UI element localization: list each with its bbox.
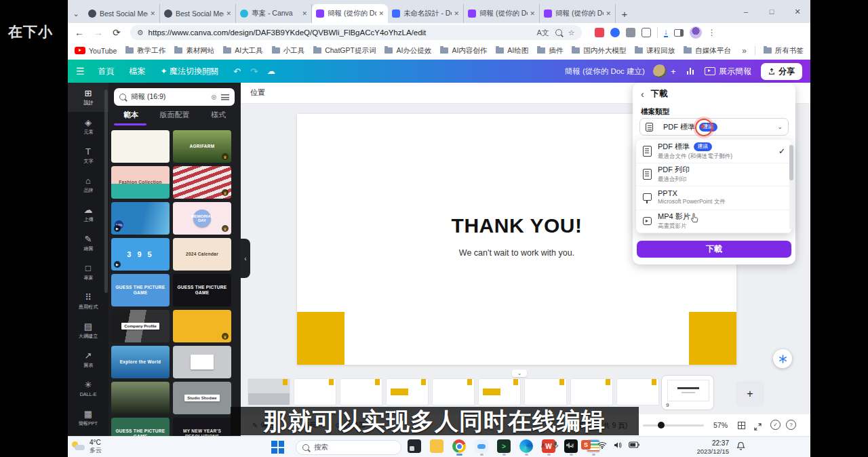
tab-close-icon[interactable]: ✕ xyxy=(530,10,535,17)
filmstrip-thumb[interactable] xyxy=(340,378,382,405)
extension-pink-icon[interactable] xyxy=(595,28,604,37)
downloads-icon[interactable]: ↓ xyxy=(664,28,668,37)
notifications-icon[interactable] xyxy=(736,441,745,454)
bookmark-folder[interactable]: AI办公提效 xyxy=(384,46,431,56)
bookmark-folder[interactable]: 插件 xyxy=(537,46,563,56)
sidebar-item-uploads[interactable]: ☁上傳 xyxy=(68,199,108,228)
tab-close-icon[interactable]: ✕ xyxy=(302,10,307,17)
template-thumb[interactable]: MY NEW YEAR'S RESOLUTIONS xyxy=(173,418,231,436)
yellow-square-right[interactable] xyxy=(689,312,736,365)
bookmark-folder[interactable]: 国内外大模型 xyxy=(572,46,626,56)
browser-tab[interactable]: 簡報 (從你的 Doc✕ xyxy=(312,4,388,23)
site-settings-icon[interactable]: ⚙ xyxy=(137,28,144,37)
browser-tab[interactable]: Best Social Medi✕ xyxy=(84,4,160,23)
bookmark-folder[interactable]: AI内容创作 xyxy=(440,46,487,56)
template-thumb[interactable]: GUESS THE PICTURE GAME xyxy=(111,274,170,306)
template-thumb[interactable]: GUESS THE PICTURE GAME xyxy=(173,274,231,306)
new-tab-button[interactable]: + xyxy=(616,5,633,22)
bookmark-folder[interactable]: ChatGPT提示词 xyxy=(313,46,376,56)
volume-icon[interactable] xyxy=(614,441,622,449)
extension-blue-icon[interactable] xyxy=(610,28,620,37)
dropdown-scrollbar-thumb[interactable] xyxy=(789,145,793,180)
template-thumb[interactable]: GUESS THE PICTURE GAME xyxy=(111,418,170,436)
filter-icon[interactable] xyxy=(221,94,229,100)
bookmark-youtube[interactable]: YouTube xyxy=(75,47,117,55)
browser-tab[interactable]: Best Social Medi✕ xyxy=(160,4,236,23)
tab-close-icon[interactable]: ✕ xyxy=(606,10,611,17)
filmstrip-thumb[interactable] xyxy=(386,378,429,405)
position-button[interactable]: 位置 xyxy=(250,87,265,98)
forward-button[interactable]: → xyxy=(94,27,103,38)
template-thumb[interactable] xyxy=(173,346,231,378)
template-thumb[interactable]: Fashion Collection xyxy=(111,166,170,199)
speaker-muted-icon[interactable] xyxy=(566,441,574,449)
bookmark-star-icon[interactable]: ☆ xyxy=(568,28,575,37)
tab-layouts[interactable]: 版面配置 xyxy=(160,110,190,120)
sidebar-item-text[interactable]: T文字 xyxy=(68,141,108,170)
template-thumb[interactable] xyxy=(111,382,170,414)
template-thumb[interactable]: 3 9 5▶ xyxy=(111,238,170,271)
filmstrip-thumb[interactable] xyxy=(248,378,290,405)
bookmark-folder[interactable]: 自媒体平台 xyxy=(684,46,731,56)
filmstrip-selected-page[interactable]: 9 xyxy=(661,375,714,410)
browser-tab[interactable]: 未命名設計 - Doc✕ xyxy=(388,4,464,23)
undo-button[interactable]: ↶ xyxy=(233,66,241,77)
share-button[interactable]: 分享 xyxy=(761,63,802,80)
download-option[interactable]: MP4 影片高畫質影片 xyxy=(636,210,792,234)
wifi-icon[interactable] xyxy=(597,441,607,449)
tray-app-icon[interactable]: S xyxy=(581,440,591,450)
grid-view-icon[interactable] xyxy=(738,422,745,429)
template-thumb[interactable]: 14%▶ xyxy=(111,202,170,235)
filmstrip-thumb[interactable] xyxy=(294,378,336,405)
bookmark-folder[interactable]: AI绘图 xyxy=(496,46,528,56)
template-thumb[interactable] xyxy=(111,130,170,163)
download-option[interactable]: PDF 標準建議最適合文件 (和傳送電子郵件)✓ xyxy=(636,140,792,163)
tab-close-icon[interactable]: ✕ xyxy=(378,10,384,17)
template-thumb[interactable]: ♛ xyxy=(173,166,231,199)
taskbar-app-widgets-app[interactable] xyxy=(407,439,422,456)
filmstrip-thumb[interactable] xyxy=(432,378,475,405)
sidebar-item-outline[interactable]: ▤大綱建立 xyxy=(68,316,108,345)
bookmarks-overflow-button[interactable]: » xyxy=(742,46,747,56)
translate-extension-float-button[interactable] xyxy=(773,349,792,368)
add-collaborator-button[interactable]: + xyxy=(671,66,676,77)
collaborator-avatar[interactable] xyxy=(653,64,667,78)
canva-file-button[interactable]: 檔案 xyxy=(130,66,146,77)
download-button[interactable]: 下載 xyxy=(637,241,791,258)
sidebar-item-ppt[interactable]: ▦簡報PPT xyxy=(68,403,108,433)
tab-close-icon[interactable]: ✕ xyxy=(150,10,155,17)
design-title[interactable]: 簡報 (從你的 Doc 建立) xyxy=(565,66,645,77)
browser-tab[interactable]: 簡報 (從你的 Doc✕ xyxy=(540,4,616,23)
tray-expand-icon[interactable]: ∧ xyxy=(540,441,545,449)
zoom-level[interactable]: 57% xyxy=(713,421,728,429)
saved-check-icon[interactable]: ✓ xyxy=(770,420,781,430)
template-thumb[interactable]: AGRIFARM♛ xyxy=(173,130,231,163)
yellow-square-left[interactable] xyxy=(297,312,344,365)
fullscreen-icon[interactable] xyxy=(754,421,762,433)
template-thumb[interactable]: Explore the World xyxy=(111,346,170,378)
filmstrip-thumb[interactable] xyxy=(524,378,567,405)
canva-menu-icon[interactable]: ☰ xyxy=(76,66,85,77)
sidebar-item-dalle[interactable]: ✳DALL-E xyxy=(68,374,108,403)
maximize-button[interactable]: □ xyxy=(759,7,785,16)
taskbar-app-cloud-app[interactable] xyxy=(474,439,489,456)
all-bookmarks-folder[interactable]: 所有书签 xyxy=(764,46,804,56)
tab-close-icon[interactable]: ✕ xyxy=(226,10,231,17)
sidebar-item-draw[interactable]: ✎繪圖 xyxy=(68,228,108,258)
tab-styles[interactable]: 樣式 xyxy=(211,110,226,120)
canva-home-button[interactable]: 首頁 xyxy=(98,66,115,77)
sidebar-item-design[interactable]: ⊞設計 xyxy=(68,83,108,112)
side-panel-icon[interactable] xyxy=(674,29,684,37)
browser-menu-icon[interactable]: ⋮ xyxy=(708,28,716,37)
download-option[interactable]: PPTXMicrosoft PowerPoint 文件 xyxy=(636,186,792,210)
zoom-slider-handle[interactable] xyxy=(658,422,665,429)
browser-profile-avatar[interactable] xyxy=(690,26,702,39)
tab-close-icon[interactable]: ✕ xyxy=(454,10,459,17)
template-thumb[interactable]: Studio Shodwe xyxy=(173,382,231,414)
sidebar-item-brand[interactable]: ⌂品牌 xyxy=(68,170,108,199)
extension-outline-icon[interactable] xyxy=(642,28,651,37)
minimize-button[interactable]: – xyxy=(733,7,759,16)
translate-icon[interactable]: A文 xyxy=(537,28,549,38)
filmstrip-collapse-button[interactable]: ⌄ xyxy=(512,370,527,377)
sidebar-item-elements[interactable]: ◈元素 xyxy=(68,112,108,141)
